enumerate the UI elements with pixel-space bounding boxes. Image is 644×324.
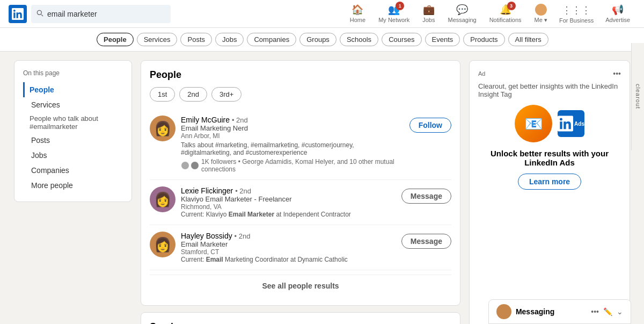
clearout-logo: 📧: [515, 105, 552, 142]
person-row-emily: 👩 Emily McGuire • 2nd Email Marketing Ne…: [150, 109, 451, 180]
sidebar-item-companies[interactable]: Companies: [23, 163, 123, 178]
emily-action: Follow: [409, 116, 451, 133]
notifications-icon: 🔔 3: [500, 4, 511, 16]
search-icon: [35, 9, 44, 19]
person-row-lexie: 👩 Lexie Flickinger • 2nd Klaviyo Email M…: [150, 180, 451, 225]
clearout-logo-icon: 📧: [524, 115, 543, 133]
sidebar-item-posts[interactable]: Posts: [23, 133, 123, 148]
filter-events[interactable]: Events: [425, 33, 460, 46]
clearout-strip: clearout: [631, 43, 644, 150]
lexie-action: Message: [401, 186, 451, 204]
emily-info: Emily McGuire • 2nd Email Marketing Nerd…: [181, 116, 404, 173]
person-row-hayley: 👩 Hayley Bossidy • 2nd Email Marketer St…: [150, 225, 451, 270]
hayley-info: Hayley Bossidy • 2nd Email Marketer Stam…: [181, 232, 396, 263]
emily-mutual: 1K followers • George Adamidis, Komal He…: [181, 158, 404, 173]
sidebar-item-more-people[interactable]: More people: [23, 178, 123, 193]
header: 🏠 Home 👥 1 My Network 💼 Jobs 💬 Messaging: [0, 0, 644, 28]
lexie-info: Lexie Flickinger • 2nd Klaviyo Email Mar…: [181, 186, 396, 218]
people-section: People 1st 2nd 3rd+ 👩 Emily McGuire • 2n…: [141, 60, 460, 306]
search-input[interactable]: [47, 10, 166, 18]
messaging-label: Messaging: [516, 307, 554, 316]
nav-notifications[interactable]: 🔔 3 Notifications: [484, 0, 527, 28]
nav-jobs-label: Jobs: [422, 17, 435, 23]
hayley-title: Email Marketer: [181, 240, 396, 248]
hayley-degree: • 2nd: [235, 232, 251, 240]
network-badge: 1: [396, 2, 404, 10]
sidebar-item-jobs[interactable]: Jobs: [23, 148, 123, 163]
mutual-avatars-emily: [181, 161, 199, 170]
jobs-icon: 💼: [423, 4, 435, 16]
ad-header: Ad •••: [478, 69, 621, 78]
home-icon: 🏠: [352, 4, 363, 16]
hayley-name[interactable]: Hayley Bossidy: [181, 232, 232, 240]
lexie-name[interactable]: Lexie Flickinger: [181, 186, 233, 195]
messaging-bar[interactable]: Messaging ••• ✏️ ⌄: [488, 299, 631, 324]
filter-courses[interactable]: Courses: [382, 33, 421, 46]
avatar-hayley[interactable]: 👩: [150, 232, 175, 257]
emily-follow-button[interactable]: Follow: [409, 118, 451, 133]
nav-advertise[interactable]: 📢 Advertise: [600, 0, 635, 28]
pill-1st[interactable]: 1st: [150, 87, 175, 102]
messaging-icons: ••• ✏️ ⌄: [591, 307, 623, 316]
sidebar-item-services[interactable]: Services: [23, 97, 123, 112]
emily-avatar-img: 👩: [150, 116, 175, 141]
messaging-edit-icon[interactable]: ✏️: [603, 307, 612, 316]
nav-jobs[interactable]: 💼 Jobs: [417, 0, 440, 28]
services-section-title: Services: [150, 321, 451, 324]
messaging-icon: 💬: [456, 4, 468, 16]
sidebar-item-people[interactable]: People: [23, 82, 123, 97]
nav-messaging[interactable]: 💬 Messaging: [442, 0, 481, 28]
sidebar: On this page People Services People who …: [14, 60, 132, 324]
nav-home-label: Home: [350, 17, 365, 23]
clearout-label: clearout: [635, 84, 641, 109]
nav-for-business[interactable]: ⋮⋮⋮ For Business: [555, 0, 598, 28]
filter-schools[interactable]: Schools: [340, 33, 378, 46]
lexie-current: Current: Klaviyo Email Marketer at Indep…: [181, 211, 396, 218]
pill-2nd[interactable]: 2nd: [179, 87, 207, 102]
filter-companies[interactable]: Companies: [247, 33, 296, 46]
nav-me[interactable]: Me ▾: [529, 0, 553, 28]
messaging-dots-icon[interactable]: •••: [591, 307, 599, 316]
filter-posts[interactable]: Posts: [180, 33, 212, 46]
advertise-icon: 📢: [612, 4, 624, 16]
lexie-message-button[interactable]: Message: [401, 189, 451, 204]
nav-home[interactable]: 🏠 Home: [345, 0, 371, 28]
lexie-title: Klaviyo Email Marketer - Freelancer: [181, 195, 396, 203]
messaging-chevron-icon[interactable]: ⌄: [617, 307, 623, 316]
emily-name[interactable]: Emily McGuire: [181, 116, 230, 124]
hayley-action: Message: [401, 232, 451, 249]
people-section-title: People: [150, 69, 451, 81]
avatar-emily[interactable]: 👩: [150, 116, 175, 141]
search-box[interactable]: [31, 5, 171, 23]
filter-groups[interactable]: Groups: [299, 33, 336, 46]
lexie-location: Richmond, VA: [181, 203, 396, 211]
learn-more-button[interactable]: Learn more: [518, 174, 581, 190]
ad-menu-icon[interactable]: •••: [613, 69, 621, 78]
emily-desc: Talks about #marketing, #emailmarketing,…: [181, 141, 404, 156]
network-icon: 👥 1: [388, 4, 400, 16]
filter-services[interactable]: Services: [137, 33, 178, 46]
main-content: People 1st 2nd 3rd+ 👩 Emily McGuire • 2n…: [141, 60, 460, 324]
grid-icon: ⋮⋮⋮: [562, 4, 591, 16]
linkedin-logo[interactable]: [9, 5, 27, 23]
lexie-degree: • 2nd: [235, 187, 251, 195]
ads-label: Ads: [574, 121, 584, 127]
filter-people[interactable]: People: [97, 33, 134, 46]
avatar-lexie[interactable]: 👩: [150, 186, 175, 212]
nav-network-label: My Network: [378, 17, 409, 23]
nav-my-network[interactable]: 👥 1 My Network: [373, 0, 415, 28]
pill-3rd[interactable]: 3rd+: [211, 87, 241, 102]
notifications-badge: 3: [507, 2, 516, 10]
nav-for-business-label: For Business: [559, 17, 594, 24]
nav-notifications-label: Notifications: [489, 17, 522, 23]
hayley-message-button[interactable]: Message: [401, 234, 451, 249]
see-all-people[interactable]: See all people results: [150, 275, 451, 297]
emily-degree: • 2nd: [232, 116, 248, 124]
filter-products[interactable]: Products: [463, 33, 504, 46]
emily-title: Email Marketing Nerd: [181, 124, 404, 132]
sidebar-item-people-talk[interactable]: People who talk about #emailmarketer: [23, 112, 123, 133]
nav-advertise-label: Advertise: [605, 17, 630, 23]
filter-all[interactable]: All filters: [508, 33, 548, 46]
services-section: Services 👩 Haide Lissa Brewer • 2nd Entr…: [141, 312, 460, 324]
filter-jobs[interactable]: Jobs: [215, 33, 244, 46]
